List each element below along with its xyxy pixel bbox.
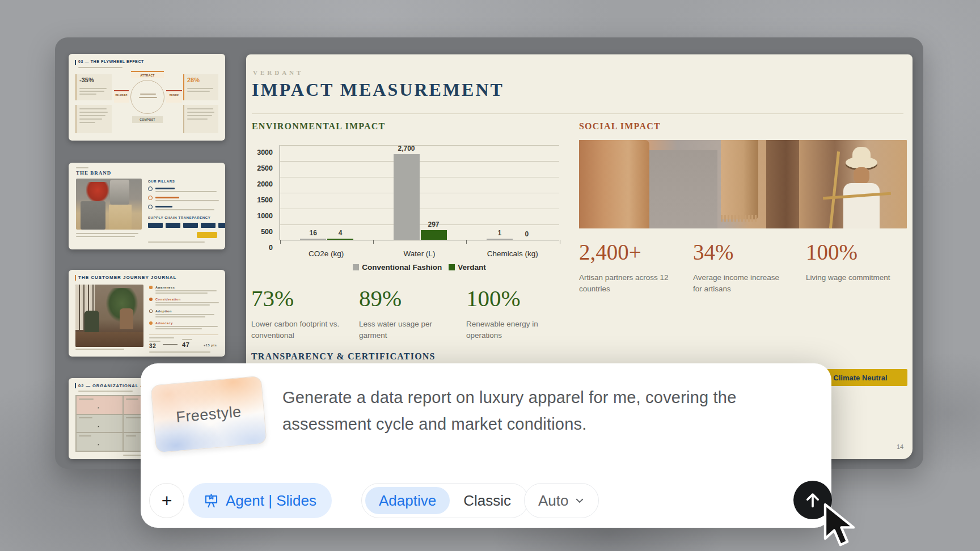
artisan-photo	[579, 140, 907, 228]
chart-plot: 1642,70029710	[280, 145, 559, 240]
social-stat-label: Living wage commitment	[806, 272, 908, 283]
prompt-text-line1: Generate a data report on luxury apparel…	[282, 384, 770, 411]
env-stat-label: Less water usage per garment	[359, 319, 461, 341]
supply-chain-chips	[148, 223, 225, 228]
mode-toggle: Adaptive Classic	[361, 483, 529, 518]
mode-classic-button[interactable]: Classic	[450, 492, 525, 510]
social-stat-value: 2,400+	[579, 239, 641, 265]
slide-thumbnail-journey[interactable]: THE CUSTOMER JOURNEY JOURNAL Awareness C…	[69, 270, 225, 357]
theme-selector-button[interactable]: Auto	[524, 483, 599, 518]
add-attachment-button[interactable]: +	[149, 483, 184, 518]
prompt-text-line2: assessment cycle and market conditions.	[282, 411, 770, 438]
thumb-title: 03 — THE FLYWHEEL EFFECT	[78, 60, 144, 63]
env-stat-value: 89%	[359, 285, 402, 312]
title-accent-bar	[75, 60, 76, 65]
freestyle-chip: Freestyle	[150, 376, 267, 453]
mouse-cursor	[822, 502, 859, 551]
nps-delta: +15 pts	[204, 344, 217, 347]
agent-slides-button[interactable]: Agent | Slides	[188, 483, 332, 518]
journey-photo	[75, 285, 143, 347]
brand-photo	[76, 179, 142, 230]
flywheel-node-compost: COMPOST	[132, 116, 163, 123]
plus-icon: +	[162, 490, 172, 511]
environmental-heading: ENVIRONMENTAL IMPACT	[252, 121, 385, 132]
stat-value: -35%	[79, 77, 109, 83]
nps-before: 32	[149, 343, 156, 349]
thumb-subtitle-line	[78, 67, 122, 68]
stat-card: 28%	[183, 74, 218, 100]
thumb-title: THE CUSTOMER JOURNEY JOURNAL	[78, 275, 177, 280]
freestyle-chip-label: Freestyle	[175, 403, 242, 426]
page-number: 14	[897, 443, 903, 450]
theme-selected-label: Auto	[538, 492, 569, 510]
bar-verdant	[421, 230, 447, 240]
bar-conventional-fashion	[487, 239, 513, 240]
chart-legend: Conventional FashionVerdant	[280, 263, 559, 272]
slide-thumbnail-flywheel[interactable]: 03 — THE FLYWHEEL EFFECT -35% ATTRACT CO…	[69, 54, 225, 141]
presentation-easel-icon	[204, 493, 219, 508]
chart-x-labels: CO2e (kg)Water (L)Chemicals (kg)	[280, 246, 559, 257]
social-stat-label: Average income increase for artisans	[693, 272, 789, 294]
stat-card: -35%	[75, 74, 112, 100]
thumb-cta-button	[197, 232, 217, 238]
slide-divider	[252, 113, 903, 114]
transparency-heading: TRANSPARENCY & CERTIFICATIONS	[251, 351, 436, 362]
legend-item: Verdant	[449, 263, 486, 272]
slide-title: IMPACT MEASUREMENT	[252, 79, 504, 100]
arrow-up-icon	[803, 490, 822, 510]
slide-thumbnail-brand[interactable]: THE BRAND OUR PILLARS SUPPLY CHAIN TRANS…	[69, 163, 225, 249]
nps-after: 47	[182, 341, 189, 348]
stat-value: 28%	[187, 77, 216, 83]
prompt-input[interactable]: Generate a data report on luxury apparel…	[282, 384, 770, 438]
flywheel-node-renew: RENEW	[166, 90, 182, 103]
text-card	[75, 105, 112, 133]
chevron-down-icon	[575, 495, 585, 506]
flywheel-node-attract: ATTRACT	[131, 71, 164, 78]
text-card	[183, 105, 218, 133]
pillars-heading: OUR PILLARS	[148, 180, 175, 183]
social-stat-value: 34%	[693, 239, 734, 265]
social-stat-label: Artisan partners across 12 countries	[579, 272, 675, 294]
thumb-title: THE BRAND	[76, 170, 111, 176]
agent-slides-label: Agent | Slides	[226, 492, 316, 510]
bar-conventional-fashion	[300, 239, 326, 240]
env-stat-label: Lower carbon footprint vs. conventional	[251, 319, 349, 341]
slide-kicker: VERDANT	[253, 69, 303, 76]
social-stat-value: 100%	[806, 239, 858, 265]
legend-item: Conventional Fashion	[353, 263, 442, 272]
flywheel-node-rewear: RE-WEAR	[114, 90, 129, 103]
impact-chart: 050010001500200025003000 1642,70029710 C…	[251, 137, 560, 273]
mode-adaptive-button[interactable]: Adaptive	[365, 487, 450, 514]
social-heading: SOCIAL IMPACT	[579, 121, 661, 132]
prompt-panel: Freestyle Generate a data report on luxu…	[141, 363, 831, 528]
supply-heading: SUPPLY CHAIN TRANSPARENCY	[148, 216, 210, 219]
bar-verdant	[327, 239, 353, 240]
env-stat-value: 100%	[466, 285, 521, 312]
env-stat-label: Renewable energy in operations	[466, 319, 551, 341]
desktop: { "chart_data": { "type": "bar", "title"…	[0, 0, 980, 551]
bar-conventional-fashion	[394, 154, 420, 240]
env-stat-value: 73%	[251, 285, 294, 312]
chart-y-labels: 050010001500200025003000	[251, 145, 276, 240]
